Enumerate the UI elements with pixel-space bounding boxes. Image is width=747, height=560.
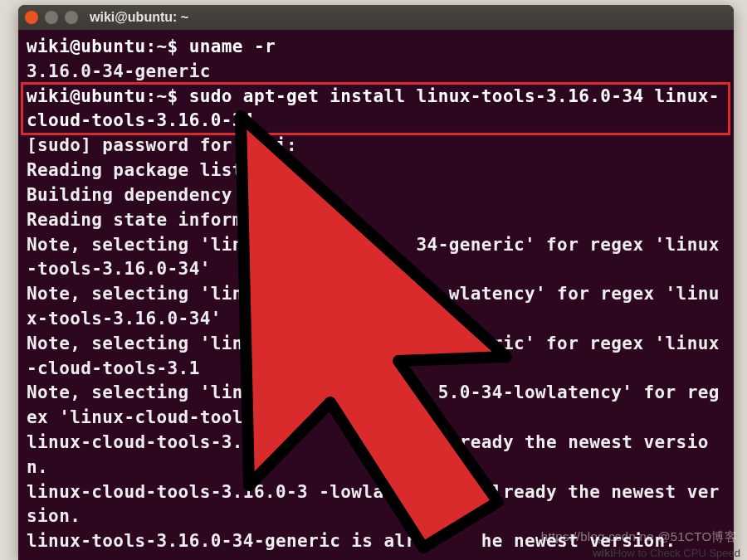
output-line: Reading package lists... — [27, 160, 297, 180]
output-line: linux-cloud-tools-3.16.0- eri lready the… — [27, 432, 709, 477]
close-icon[interactable] — [25, 11, 38, 24]
output-line: linux-cloud-tools-3.16.0-3 -lowlaten alr… — [27, 482, 720, 527]
titlebar[interactable]: wiki@ubuntu: ~ — [18, 5, 734, 30]
prompt: wiki@ubuntu:~$ — [27, 37, 178, 56]
minimize-icon[interactable] — [45, 11, 58, 24]
terminal-window: wiki@ubuntu: ~ wiki@ubuntu:~$ uname -r 3… — [18, 5, 734, 560]
output-line: 3.16.0-34-generic — [27, 61, 211, 81]
prompt: wiki@ubuntu:~$ — [27, 86, 178, 106]
output-line: Building dependency tree — [27, 185, 286, 205]
watermark: https://blog.csdn.ne @51CTO博客 — [541, 529, 737, 545]
output-line: Note, selecting 'linux-to 34-generic' fo… — [27, 235, 720, 280]
output-line: [sudo] password for wiki: — [27, 135, 297, 155]
output-line: Reading state information — [27, 210, 297, 230]
caption-text: How to Check CPU Speed — [613, 547, 740, 559]
output-line: Note, selecting 'linux-cl 5.0-34-lowlate… — [27, 382, 720, 427]
maximize-icon[interactable] — [65, 11, 78, 24]
cmd-uname: uname -r — [189, 37, 276, 56]
window-title: wiki@ubuntu: ~ — [90, 10, 188, 25]
terminal-body[interactable]: wiki@ubuntu:~$ uname -r 3.16.0-34-generi… — [18, 30, 734, 560]
caption: wikiHow to Check CPU Speed — [593, 547, 740, 559]
caption-prefix: wiki — [593, 547, 613, 559]
output-line: Note, selecting 'linux-to wlatency' for … — [27, 284, 720, 329]
output-line: Note, selecting 'linux-cl eneric' for re… — [27, 334, 720, 378]
